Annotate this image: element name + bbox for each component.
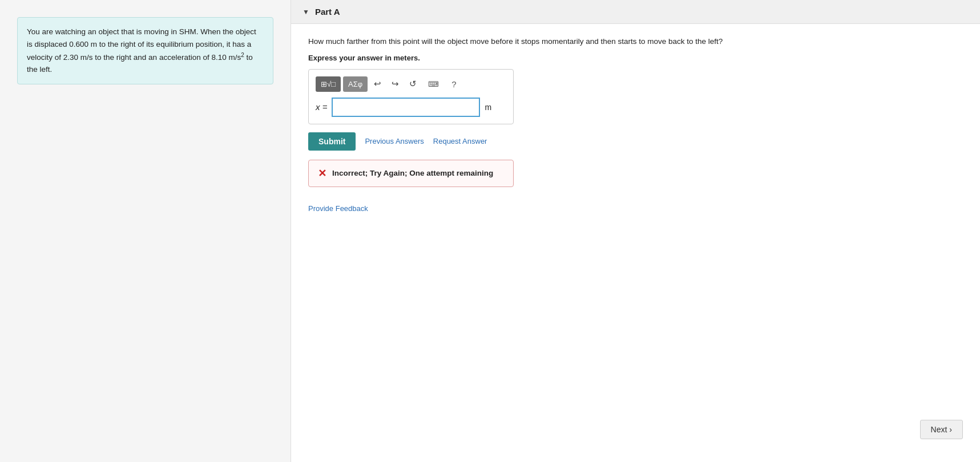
left-panel: You are watching an object that is movin…	[0, 0, 291, 462]
question-text: How much farther from this point will th…	[308, 35, 963, 48]
undo-button[interactable]: ↩	[370, 76, 385, 92]
unit-label: m	[485, 103, 491, 112]
keyboard-button[interactable]: ⌨	[423, 76, 444, 92]
help-button[interactable]: ?	[446, 76, 461, 92]
feedback-box: ✕ Incorrect; Try Again; One attempt rema…	[308, 160, 514, 187]
problem-description: You are watching an object that is movin…	[17, 17, 273, 84]
provide-feedback-link[interactable]: Provide Feedback	[308, 204, 368, 213]
symbols-button[interactable]: ΑΣφ	[343, 76, 368, 92]
redo-button[interactable]: ↪	[388, 76, 403, 92]
formula-button[interactable]: ⊞√□	[316, 76, 341, 92]
next-chevron-icon: ›	[949, 425, 952, 434]
next-label: Next	[931, 425, 947, 434]
feedback-message: Incorrect; Try Again; One attempt remain…	[332, 169, 493, 177]
request-answer-link[interactable]: Request Answer	[433, 137, 487, 145]
part-content: How much farther from this point will th…	[291, 24, 980, 230]
next-button-container: Next ›	[920, 420, 963, 439]
right-panel: ▼ Part A How much farther from this poin…	[291, 0, 980, 462]
answer-input[interactable]	[332, 98, 480, 117]
next-button[interactable]: Next ›	[920, 420, 963, 439]
action-row: Submit Previous Answers Request Answer	[308, 132, 963, 151]
problem-text: You are watching an object that is movin…	[27, 27, 256, 74]
submit-button[interactable]: Submit	[308, 132, 356, 151]
variable-label: x =	[316, 102, 327, 112]
math-editor: ⊞√□ ΑΣφ ↩ ↪ ↺ ⌨ ? x = m	[308, 69, 514, 124]
part-title: Part A	[315, 7, 340, 17]
math-input-row: x = m	[316, 98, 506, 117]
incorrect-icon: ✕	[318, 167, 326, 180]
collapse-arrow-icon[interactable]: ▼	[303, 8, 309, 16]
part-header: ▼ Part A	[291, 0, 980, 24]
reset-button[interactable]: ↺	[405, 76, 421, 92]
answer-instruction: Express your answer in meters.	[308, 54, 963, 62]
previous-answers-link[interactable]: Previous Answers	[365, 137, 424, 145]
math-toolbar: ⊞√□ ΑΣφ ↩ ↪ ↺ ⌨ ?	[316, 76, 506, 92]
